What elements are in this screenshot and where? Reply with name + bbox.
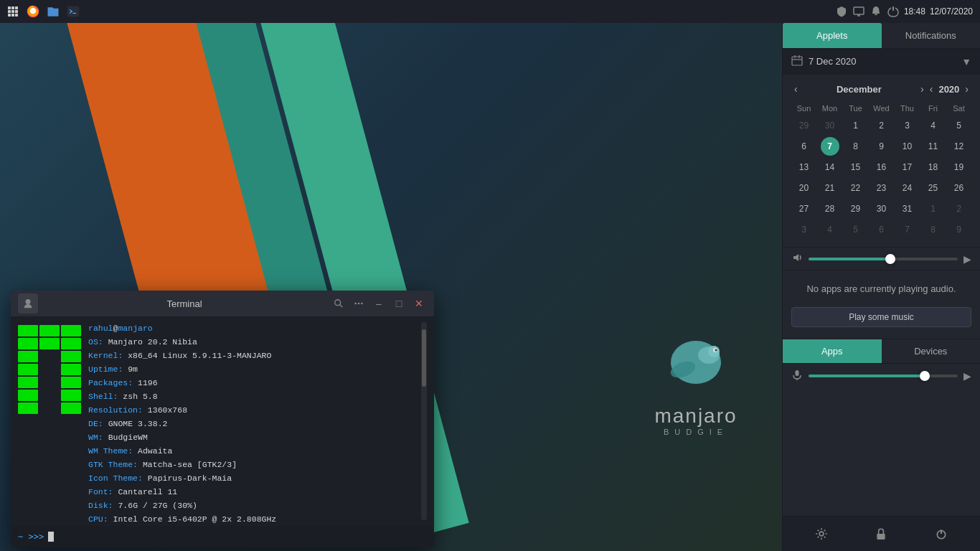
cal-day[interactable]: 27 [795,199,814,218]
cal-day[interactable]: 29 [795,116,814,135]
cal-day[interactable]: 20 [795,179,814,197]
svg-rect-13 [854,7,864,14]
cal-day[interactable]: 3 [898,116,917,135]
terminal-menu-button[interactable] [351,296,367,311]
mic-row: ▶ [783,364,980,389]
svg-rect-28 [792,57,802,65]
next-month-button[interactable]: › [918,82,927,96]
cal-day[interactable]: 31 [898,199,917,218]
cal-day[interactable]: 16 [872,158,891,176]
term-wm-theme-value: Adwaita [138,446,172,456]
cal-day[interactable]: 22 [847,179,865,197]
lock-button[interactable] [870,522,892,545]
cal-day[interactable]: 23 [872,179,891,197]
cal-day[interactable]: 30 [872,199,891,218]
terminal-search-button[interactable] [331,296,347,311]
cal-day[interactable]: 8 [847,137,865,156]
power-tray-icon[interactable] [887,5,900,18]
term-res-value: 1360x768 [148,405,187,415]
term-icon-value: Papirus-Dark-Maia [148,474,232,483]
dow-sat: Sat [946,102,971,115]
cal-day[interactable]: 21 [821,179,839,197]
cal-day[interactable]: 9 [950,220,969,239]
cal-day[interactable]: 1 [847,116,865,135]
volume-slider[interactable] [809,258,958,260]
mic-expand-icon[interactable]: ▶ [963,370,971,382]
svg-point-22 [26,299,31,304]
bell-tray-icon [870,5,882,18]
cal-day[interactable]: 11 [924,137,943,156]
cal-day[interactable]: 13 [795,158,814,176]
term-username: rahul [88,324,113,333]
prev-year-button[interactable]: ‹ [927,82,936,96]
cal-day[interactable]: 28 [821,199,839,218]
dow-fri: Fri [920,102,946,115]
term-shell-value: zsh 5.8 [123,392,157,401]
cal-day[interactable]: 8 [924,220,943,239]
terminal-taskbar-button[interactable] [65,3,82,20]
tab-applets[interactable]: Applets [783,23,882,48]
cal-day[interactable]: 1 [924,199,943,218]
terminal-restore-button[interactable]: □ [391,296,407,311]
cal-day[interactable]: 26 [950,179,969,197]
tab-notifications[interactable]: Notifications [882,23,981,48]
term-gtk-value: Matcha-sea [GTK2/3] [143,460,237,469]
svg-rect-6 [8,14,11,17]
terminal-close-button[interactable]: ✕ [411,296,427,311]
cal-day[interactable]: 29 [847,199,865,218]
manjaro-logo-subtext: BUDGIE [653,428,739,436]
term-packages-value: 1196 [138,378,158,387]
cal-day[interactable]: 3 [795,220,814,239]
cal-day[interactable]: 24 [898,179,917,197]
play-music-button[interactable]: Play some music [791,307,971,327]
cal-day[interactable]: 2 [872,116,891,135]
date-dropdown-icon[interactable]: ▼ [961,56,971,67]
apps-grid-button[interactable] [4,3,22,20]
cal-day[interactable]: 19 [950,158,969,176]
term-gtk-label: GTK Theme: [88,460,138,469]
power-button[interactable] [930,522,953,545]
cal-day[interactable]: 12 [950,137,969,156]
cal-day[interactable]: 7 [898,220,917,239]
prev-month-button[interactable]: ‹ [791,82,801,96]
cal-day[interactable]: 10 [898,137,917,156]
terminal-scrollbar[interactable] [421,322,427,520]
manjaro-logo: manjaro BUDGIE [653,330,739,436]
term-disk-value: 7.6G / 27G (30%) [118,501,197,510]
cal-day[interactable]: 30 [821,116,839,135]
cal-day[interactable]: 9 [872,137,891,156]
cal-day[interactable]: 6 [872,220,891,239]
cal-day[interactable]: 2 [950,199,969,218]
settings-button[interactable] [810,522,833,545]
volume-expand-icon[interactable]: ▶ [963,253,971,265]
next-year-button[interactable]: › [962,82,971,96]
files-taskbar-button[interactable] [44,3,62,20]
volume-knob[interactable] [885,254,895,264]
cal-day-today[interactable]: 7 [821,137,839,156]
cal-day[interactable]: 25 [924,179,943,197]
svg-rect-1 [11,6,14,9]
cal-day[interactable]: 15 [847,158,865,176]
cal-day[interactable]: 6 [795,137,814,156]
terminal-scrollbar-thumb[interactable] [422,329,426,387]
terminal-minimize-button[interactable]: – [371,296,387,311]
cal-day[interactable]: 18 [924,158,943,176]
term-os-value: Manjaro 20.2 Nibia [108,337,197,347]
cal-day[interactable]: 4 [924,116,943,135]
calendar-year: 2020 [938,84,959,95]
cal-day[interactable]: 4 [821,220,839,239]
term-hostname: manjaro [118,324,152,333]
date-selector[interactable]: 7 Dec 2020 ▼ [783,49,980,75]
term-os-label: OS: [88,337,103,347]
mic-knob[interactable] [920,371,930,381]
cal-day[interactable]: 14 [821,158,839,176]
tab-apps[interactable]: Apps [783,339,882,363]
cal-day[interactable]: 5 [950,116,969,135]
mic-slider[interactable] [809,375,958,377]
calendar: ‹ December › ‹ 2020 › Sun Mon Tue Wed Th… [783,75,980,248]
shield-tray-icon [835,5,848,18]
cal-day[interactable]: 5 [847,220,865,239]
cal-day[interactable]: 17 [898,158,917,176]
firefox-taskbar-button[interactable] [24,3,42,20]
tab-devices[interactable]: Devices [882,339,981,363]
